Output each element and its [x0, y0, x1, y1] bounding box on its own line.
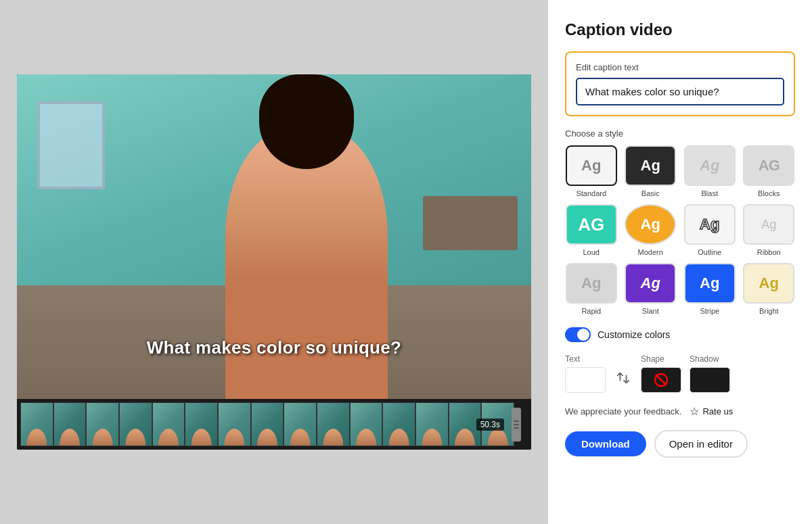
style-thumb-outline: Ag	[684, 204, 736, 245]
video-caption-text: What makes color so unique?	[147, 337, 402, 358]
style-section: Choose a style Ag Standard Ag Basic Ag	[565, 128, 795, 315]
style-thumb-stripe: Ag	[684, 263, 736, 304]
scene-window	[37, 101, 105, 189]
style-thumb-basic: Ag	[625, 145, 676, 186]
shape-color-group: Shape	[641, 354, 681, 393]
right-panel: Caption video Edit caption text Choose a…	[548, 0, 812, 524]
style-item-blocks[interactable]: AG Blocks	[743, 145, 796, 197]
style-thumb-blocks: AG	[743, 145, 794, 186]
customize-colors-toggle[interactable]	[565, 327, 591, 342]
style-grid: Ag Standard Ag Basic Ag Blast	[565, 145, 795, 315]
timeline-drag-handle[interactable]	[512, 408, 521, 442]
shape-color-label: Shape	[641, 354, 681, 364]
timeline-frame	[251, 402, 284, 446]
customize-colors-row: Customize colors	[565, 327, 795, 342]
style-item-standard[interactable]: Ag Standard	[565, 145, 618, 197]
style-item-bright[interactable]: Ag Bright	[743, 263, 796, 315]
timeline-frame	[317, 402, 350, 446]
open-editor-button[interactable]: Open in editor	[654, 430, 748, 458]
style-thumb-loud: AG	[566, 204, 617, 245]
rate-us-link[interactable]: ☆ Rate us	[690, 405, 733, 418]
style-item-ribbon[interactable]: Ag Ribbon	[743, 204, 796, 256]
timeline-frame	[119, 402, 152, 446]
style-section-label: Choose a style	[565, 128, 795, 139]
feedback-text: We appreciate your feedback.	[565, 406, 681, 416]
timeline-time: 50.3s	[476, 419, 504, 431]
scene-table	[423, 196, 518, 250]
toggle-knob	[577, 329, 589, 341]
customize-colors-label: Customize colors	[597, 329, 670, 340]
person-body	[225, 128, 388, 399]
timeline-frame	[350, 402, 383, 446]
style-label-blast: Blast	[702, 189, 718, 197]
style-item-slant[interactable]: Ag Slant	[625, 263, 677, 315]
text-color-group: Text	[565, 354, 606, 393]
left-panel: What makes color so unique?	[0, 0, 548, 524]
style-label-blocks: Blocks	[758, 189, 780, 197]
style-item-loud[interactable]: AG Loud	[565, 204, 618, 256]
color-pickers-section: Text Shape Shadow	[565, 354, 795, 393]
style-item-modern[interactable]: Ag Modern	[625, 204, 677, 256]
style-item-rapid[interactable]: Ag Rapid	[565, 263, 618, 315]
panel-title: Caption video	[565, 20, 795, 39]
text-color-swatch[interactable]	[565, 367, 606, 393]
style-item-basic[interactable]: Ag Basic	[625, 145, 677, 197]
caption-edit-section: Edit caption text	[565, 51, 795, 116]
shape-color-swatch[interactable]	[641, 367, 681, 393]
style-label-bright: Bright	[759, 307, 779, 315]
style-label-standard: Standard	[576, 189, 606, 197]
style-label-modern: Modern	[638, 248, 663, 256]
style-thumb-bright: Ag	[743, 263, 794, 304]
timeline-frame	[415, 402, 449, 446]
timeline-frame	[86, 402, 119, 446]
style-label-stripe: Stripe	[700, 307, 719, 315]
shadow-color-swatch[interactable]	[690, 367, 730, 393]
star-icon: ☆	[690, 405, 699, 418]
scene-person	[225, 128, 388, 399]
caption-edit-label: Edit caption text	[576, 62, 784, 72]
text-color-label: Text	[565, 354, 606, 364]
swap-icon[interactable]	[614, 368, 633, 387]
style-label-outline: Outline	[698, 248, 721, 256]
action-buttons: Download Open in editor	[565, 430, 795, 458]
style-thumb-standard: Ag	[566, 145, 617, 186]
video-caption-overlay: What makes color so unique?	[17, 337, 531, 358]
person-hair	[259, 74, 354, 169]
style-thumb-modern: Ag	[625, 204, 676, 245]
download-button[interactable]: Download	[565, 431, 646, 456]
feedback-row: We appreciate your feedback. ☆ Rate us	[565, 405, 795, 418]
style-thumb-rapid: Ag	[566, 263, 617, 304]
style-item-outline[interactable]: Ag Outline	[683, 204, 736, 256]
video-frame: What makes color so unique?	[17, 74, 531, 399]
timeline-frame	[152, 402, 185, 446]
person-head	[273, 81, 340, 156]
shadow-color-label: Shadow	[690, 354, 730, 364]
style-label-ribbon: Ribbon	[757, 248, 781, 256]
rate-us-label: Rate us	[702, 406, 733, 416]
timeline-frames	[20, 402, 514, 446]
style-label-rapid: Rapid	[581, 307, 601, 315]
style-item-blast[interactable]: Ag Blast	[683, 145, 736, 197]
style-label-slant: Slant	[642, 307, 659, 315]
style-label-basic: Basic	[641, 189, 660, 197]
timeline-frame	[185, 402, 218, 446]
video-timeline[interactable]: 50.3s	[17, 399, 531, 450]
timeline-frame	[53, 402, 87, 446]
timeline-frame	[218, 402, 251, 446]
shadow-color-group: Shadow	[690, 354, 730, 393]
timeline-frame	[382, 402, 415, 446]
style-thumb-blast: Ag	[684, 145, 736, 186]
caption-edit-input[interactable]	[576, 78, 784, 105]
video-container: What makes color so unique?	[17, 74, 531, 450]
style-label-loud: Loud	[583, 248, 600, 256]
style-thumb-slant: Ag	[625, 263, 676, 304]
style-thumb-ribbon: Ag	[743, 204, 794, 245]
timeline-frame	[20, 402, 53, 446]
timeline-frame	[284, 402, 317, 446]
style-item-stripe[interactable]: Ag Stripe	[683, 263, 736, 315]
